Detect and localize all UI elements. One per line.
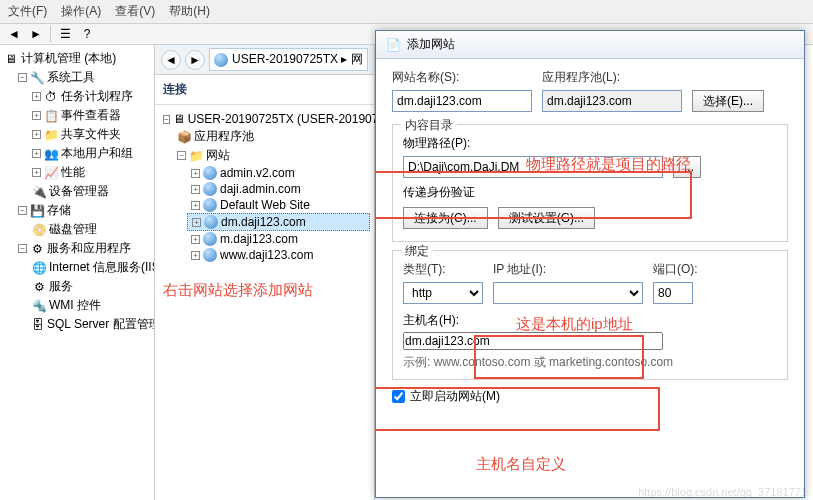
collapse-icon[interactable]: − xyxy=(163,115,170,124)
expand-icon[interactable]: + xyxy=(191,235,200,244)
site-admin-v2[interactable]: +admin.v2.com xyxy=(187,165,370,181)
menu-action[interactable]: 操作(A) xyxy=(61,3,101,20)
tree-sql-config[interactable]: 🗄SQL Server 配置管理器 xyxy=(28,315,154,334)
annotation-text-host: 主机名自定义 xyxy=(476,455,566,474)
host-input[interactable] xyxy=(403,332,663,350)
tree-services[interactable]: ⚙服务 xyxy=(28,277,154,296)
tree-event-viewer[interactable]: +📋事件查看器 xyxy=(28,106,154,125)
folder-icon: 📁 xyxy=(189,149,203,163)
binding-group-legend: 绑定 xyxy=(401,243,433,260)
iis-connections-panel: ◄ ► USER-20190725TX ▸ 网 连接 −🖥USER-201907… xyxy=(155,45,375,500)
test-settings-button[interactable]: 测试设置(G)... xyxy=(498,207,595,229)
tree-local-users[interactable]: +👥本地用户和组 xyxy=(28,144,154,163)
expand-icon[interactable]: + xyxy=(32,111,41,120)
left-tree-panel: 🖥计算机管理 (本地) −🔧系统工具 +⏱任务计划程序 +📋事件查看器 +📁共享… xyxy=(0,45,155,500)
add-website-dialog: 📄 添加网站 网站名称(S): 应用程序池(L): 选择(E)... 内容目录 … xyxy=(375,30,805,498)
site-default[interactable]: +Default Web Site xyxy=(187,197,370,213)
server-icon: 🖥 xyxy=(173,112,185,126)
services-icon: ⚙ xyxy=(30,242,44,256)
clock-icon: ⏱ xyxy=(44,90,58,104)
back-icon[interactable]: ◄ xyxy=(6,26,22,42)
address-bar: ◄ ► USER-20190725TX ▸ 网 xyxy=(155,45,374,75)
start-now-checkbox[interactable] xyxy=(392,390,405,403)
port-label: 端口(O): xyxy=(653,261,713,278)
tools-icon: 🔧 xyxy=(30,71,44,85)
browse-button[interactable]: ... xyxy=(673,156,701,178)
expand-icon[interactable]: + xyxy=(32,92,41,101)
ip-select[interactable] xyxy=(493,282,643,304)
apppool-input xyxy=(542,90,682,112)
dialog-titlebar: 📄 添加网站 xyxy=(376,31,804,59)
collapse-icon[interactable]: − xyxy=(18,206,27,215)
annotation-right-click-note: 右击网站选择添加网站 xyxy=(155,269,374,312)
passauth-label: 传递身份验证 xyxy=(403,184,777,201)
menu-bar: 文件(F) 操作(A) 查看(V) 帮助(H) xyxy=(0,0,813,24)
tree-iis[interactable]: 🌐Internet 信息服务(IIS)管 xyxy=(28,258,154,277)
tree-root-computer-mgmt[interactable]: 🖥计算机管理 (本地) xyxy=(0,49,154,68)
host-example: 示例: www.contoso.com 或 marketing.contoso.… xyxy=(403,354,777,371)
expand-icon[interactable]: + xyxy=(191,251,200,260)
content-group-legend: 内容目录 xyxy=(401,117,457,134)
iis-icon: 🌐 xyxy=(32,261,46,275)
tree-performance[interactable]: +📈性能 xyxy=(28,163,154,182)
sites-node[interactable]: −📁网站 xyxy=(173,146,370,165)
port-input[interactable] xyxy=(653,282,693,304)
dialog-icon: 📄 xyxy=(386,38,401,52)
menu-help[interactable]: 帮助(H) xyxy=(169,3,210,20)
expand-icon[interactable]: + xyxy=(191,185,200,194)
device-icon: 🔌 xyxy=(32,185,46,199)
start-now-label: 立即启动网站(M) xyxy=(410,388,500,405)
globe-icon xyxy=(204,215,218,229)
site-daji-admin[interactable]: +daji.admin.com xyxy=(187,181,370,197)
props-icon[interactable]: ☰ xyxy=(57,26,73,42)
expand-icon[interactable]: + xyxy=(191,201,200,210)
physpath-input[interactable] xyxy=(403,156,663,178)
tree-device-manager[interactable]: 🔌设备管理器 xyxy=(28,182,154,201)
users-icon: 👥 xyxy=(44,147,58,161)
globe-icon xyxy=(203,232,217,246)
separator xyxy=(50,26,51,42)
expand-icon[interactable]: + xyxy=(192,218,201,227)
tree-task-scheduler[interactable]: +⏱任务计划程序 xyxy=(28,87,154,106)
expand-icon[interactable]: + xyxy=(191,169,200,178)
forward-icon[interactable]: ► xyxy=(28,26,44,42)
tree-wmi[interactable]: 🔩WMI 控件 xyxy=(28,296,154,315)
globe-icon xyxy=(203,198,217,212)
folder-shared-icon: 📁 xyxy=(44,128,58,142)
nav-back-icon[interactable]: ◄ xyxy=(161,50,181,70)
physpath-label: 物理路径(P): xyxy=(403,135,777,152)
select-apppool-button[interactable]: 选择(E)... xyxy=(692,90,764,112)
help-icon[interactable]: ? xyxy=(79,26,95,42)
menu-view[interactable]: 查看(V) xyxy=(115,3,155,20)
host-label: 主机名(H): xyxy=(403,312,777,329)
expand-icon[interactable]: + xyxy=(32,149,41,158)
app-pools-node[interactable]: 📦应用程序池 xyxy=(173,127,370,146)
tree-storage[interactable]: −💾存储 xyxy=(14,201,154,220)
tree-services-apps[interactable]: −⚙服务和应用程序 xyxy=(14,239,154,258)
expand-icon[interactable]: + xyxy=(32,130,41,139)
watermark: https://blog.csdn.net/qq_37181771 xyxy=(638,486,807,498)
tree-system-tools[interactable]: −🔧系统工具 xyxy=(14,68,154,87)
computer-icon: 🖥 xyxy=(4,52,18,66)
expand-icon[interactable]: + xyxy=(32,168,41,177)
connect-as-button[interactable]: 连接为(C)... xyxy=(403,207,488,229)
apppool-icon: 📦 xyxy=(177,130,191,144)
address-box[interactable]: USER-20190725TX ▸ 网 xyxy=(209,48,368,71)
collapse-icon[interactable]: − xyxy=(18,244,27,253)
site-m-daji123[interactable]: +m.daji123.com xyxy=(187,231,370,247)
site-www-daji123[interactable]: +www.daji123.com xyxy=(187,247,370,263)
site-dm-daji123[interactable]: +dm.daji123.com xyxy=(187,213,370,231)
perf-icon: 📈 xyxy=(44,166,58,180)
server-node[interactable]: −🖥USER-20190725TX (USER-20190725 xyxy=(159,111,370,127)
globe-icon xyxy=(203,248,217,262)
collapse-icon[interactable]: − xyxy=(177,151,186,160)
nav-forward-icon[interactable]: ► xyxy=(185,50,205,70)
type-select[interactable]: http xyxy=(403,282,483,304)
gear-icon: ⚙ xyxy=(32,280,46,294)
tree-disk-mgmt[interactable]: 📀磁盘管理 xyxy=(28,220,154,239)
sitename-input[interactable] xyxy=(392,90,532,112)
globe-icon xyxy=(214,53,228,67)
collapse-icon[interactable]: − xyxy=(18,73,27,82)
tree-shared-folders[interactable]: +📁共享文件夹 xyxy=(28,125,154,144)
menu-file[interactable]: 文件(F) xyxy=(8,3,47,20)
